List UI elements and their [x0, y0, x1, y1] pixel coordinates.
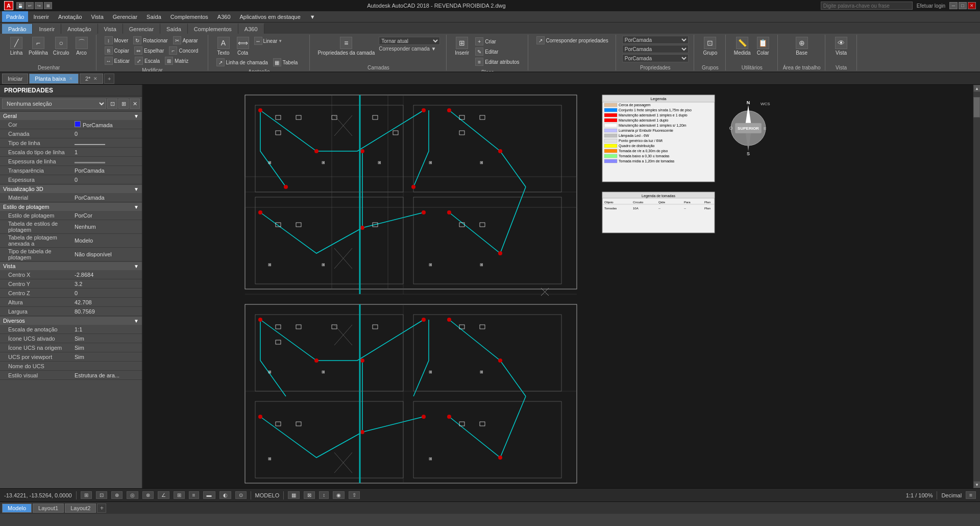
ribbon-btn-texto[interactable]: A Texto [214, 36, 233, 57]
annotvisibility-icon[interactable]: ◉ [333, 491, 345, 499]
tab-2[interactable]: 2* ✕ [80, 74, 103, 84]
menu-a360[interactable]: A360 [213, 11, 235, 22]
ribbon-tab-inserir[interactable]: Inserir [33, 23, 61, 34]
scroll-up[interactable]: ▲ [973, 85, 980, 92]
dynin-btn[interactable]: ≡ [189, 491, 199, 499]
ortho-btn[interactable]: ⊕ [111, 491, 122, 499]
corresponder-camada[interactable]: Corresponder camada ▼ [379, 46, 440, 52]
customize-btn[interactable]: ≡ [966, 491, 976, 499]
ribbon-btn-mover[interactable]: ↕Mover [103, 36, 131, 45]
ribbon-tab-a360[interactable]: A360 [238, 23, 264, 34]
ribbon-btn-editar-attr[interactable]: ≡Editar atributos [473, 57, 521, 66]
tab-modelo[interactable]: Modelo [2, 504, 32, 513]
section-diversos[interactable]: Diversos ▼ [0, 316, 142, 325]
qat-btn-4[interactable]: ⊠ [44, 2, 52, 9]
ribbon-btn-prop-camada[interactable]: ≡ Propriedades da camada [316, 36, 377, 57]
ribbon-btn-vista[interactable]: 👁 Vista [832, 36, 850, 57]
ribbon-tab-anotacao[interactable]: Anotação [61, 23, 97, 34]
grid-btn[interactable]: ⊞ [81, 491, 92, 499]
ribbon-btn-colar[interactable]: 📋 Colar [754, 36, 772, 57]
prop-porcamada-1[interactable]: PorCamada [622, 36, 689, 44]
section-geral[interactable]: Geral ▼ [0, 111, 142, 120]
menu-complementos[interactable]: Complementos [166, 11, 212, 22]
ribbon-btn-corresponder[interactable]: ↗Corresponder propriedades [534, 36, 610, 45]
menu-padrao[interactable]: Padrão [2, 11, 28, 22]
ribbon-btn-espelhar[interactable]: ⇔Espelhar [132, 46, 166, 55]
ribbon-btn-tabela[interactable]: ▦Tabela [271, 58, 300, 67]
autoscale-icon[interactable]: ⇧ [349, 491, 360, 499]
scroll-handle[interactable] [973, 97, 980, 117]
ribbon-btn-linha-chamada[interactable]: ↗Linha de chamada [214, 58, 270, 67]
qat-btn-1[interactable]: 💾 [16, 2, 24, 9]
camadas-dropdown[interactable]: Tornar atual [379, 37, 440, 45]
window-maximize[interactable]: □ [959, 2, 967, 9]
ducs-btn[interactable]: ⊞ [174, 491, 185, 499]
menu-inserir[interactable]: Inserir [29, 11, 53, 22]
ribbon-tab-padrao[interactable]: Padrão [2, 23, 33, 34]
ribbon-btn-escala[interactable]: ⤢Escala [133, 56, 162, 65]
section-vista[interactable]: Vista ▼ [0, 261, 142, 270]
annotscale-icon[interactable]: ↕ [319, 491, 329, 499]
lw-btn[interactable]: ▬ [203, 491, 215, 499]
vertical-scrollbar[interactable]: ▲ ▼ [973, 85, 980, 488]
tab-layout1[interactable]: Layout1 [33, 504, 64, 513]
tab-layout2[interactable]: Layout2 [65, 504, 96, 513]
ribbon-btn-base[interactable]: ⊕ Base [793, 36, 811, 57]
section-vis3d[interactable]: Visualização 3D ▼ [0, 184, 142, 193]
otrack-btn[interactable]: ∠ [158, 491, 169, 499]
cad-canvas-area[interactable]: ⊞ ⊞ ⊞ ⊞ ⊞ ⊞ ⊞ ⊞ ⊞ ⊞ ⊞ ⊞ ⊞ ⊞ ⊞ [143, 85, 980, 488]
ribbon-btn-grupo[interactable]: ⊡ Grupo [701, 36, 719, 57]
viewport-icon[interactable]: ⊠ [304, 491, 315, 499]
ribbon-btn-linha[interactable]: ╱ Linha [7, 36, 26, 57]
ribbon-btn-esticar[interactable]: ↔Esticar [103, 56, 132, 65]
menu-anotacao[interactable]: Anotação [54, 11, 86, 22]
menu-vista[interactable]: Vista [87, 11, 108, 22]
tab-2-close[interactable]: ✕ [93, 76, 97, 81]
qat-btn-3[interactable]: ↪ [35, 2, 43, 9]
search-input[interactable] [821, 2, 913, 10]
linear-dropdown[interactable]: ▼ [278, 39, 282, 43]
layout-add[interactable]: + [97, 504, 106, 513]
ribbon-btn-editar[interactable]: ✎Editar [473, 47, 521, 56]
ribbon-btn-inserir-bloco[interactable]: ⊞ Inserir [453, 36, 471, 57]
section-plotagem[interactable]: Estilo de plotagem ▼ [0, 202, 142, 211]
menu-saida[interactable]: Saída [142, 11, 165, 22]
snap-btn[interactable]: ⊡ [96, 491, 107, 499]
scroll-down[interactable]: ▼ [973, 481, 980, 488]
ribbon-btn-concord[interactable]: ⌐Concord [167, 46, 200, 55]
scroll-track[interactable] [973, 92, 980, 481]
ribbon-btn-copiar[interactable]: ⎘Copiar [103, 46, 131, 55]
ribbon-tab-vista[interactable]: Vista [98, 23, 123, 34]
ribbon-btn-circulo[interactable]: ○ Círculo [51, 36, 71, 57]
menu-more[interactable]: ▼ [306, 11, 320, 22]
menu-aplicativos[interactable]: Aplicativos em destaque [236, 11, 305, 22]
prop-porcamada-2[interactable]: PorCamada [622, 45, 689, 53]
selection-dropdown[interactable]: Nenhuma seleção [2, 99, 106, 109]
menu-gerenciar[interactable]: Gerenciar [109, 11, 141, 22]
ribbon-btn-criar[interactable]: +Criar [473, 37, 521, 46]
selection-cycle-btn[interactable]: ⊙ [235, 491, 247, 499]
ribbon-tab-gerenciar[interactable]: Gerenciar [123, 23, 160, 34]
osnap-btn[interactable]: ⊗ [142, 491, 154, 499]
qat-btn-2[interactable]: ↩ [26, 2, 34, 9]
transparency-btn[interactable]: ◐ [219, 491, 231, 499]
prop-btn-1[interactable]: ⊡ [107, 99, 117, 109]
polar-btn[interactable]: ◎ [127, 491, 138, 499]
tab-add[interactable]: + [104, 74, 114, 84]
prop-btn-3[interactable]: ✕ [130, 99, 140, 109]
cad-drawing[interactable]: ⊞ ⊞ ⊞ ⊞ ⊞ ⊞ ⊞ ⊞ ⊞ ⊞ ⊞ ⊞ ⊞ ⊞ ⊞ [143, 85, 980, 488]
model-icon[interactable]: ▦ [288, 491, 300, 499]
ribbon-btn-aparar[interactable]: ✂Aparar [171, 36, 200, 45]
prop-btn-2[interactable]: ⊞ [118, 99, 129, 109]
ribbon-btn-cota[interactable]: ⟺ Cota [234, 36, 252, 57]
tab-planta-baixa[interactable]: Planta baixa ✕ [29, 74, 79, 84]
ribbon-btn-polilinha[interactable]: ⌐ Polilinha [27, 36, 50, 57]
window-minimize[interactable]: ─ [949, 2, 958, 9]
prop-porcamada-3[interactable]: PorCamada [622, 54, 689, 62]
login-btn[interactable]: Efetuar login [917, 3, 945, 9]
ribbon-tab-complementos[interactable]: Complementos [188, 23, 238, 34]
ribbon-btn-arco[interactable]: ⌒ Arco [72, 36, 91, 57]
ribbon-btn-rotacionar[interactable]: ↻Rotacionar [131, 36, 169, 45]
tab-iniciar[interactable]: Iniciar [2, 74, 28, 84]
window-close[interactable]: ✕ [968, 2, 976, 9]
